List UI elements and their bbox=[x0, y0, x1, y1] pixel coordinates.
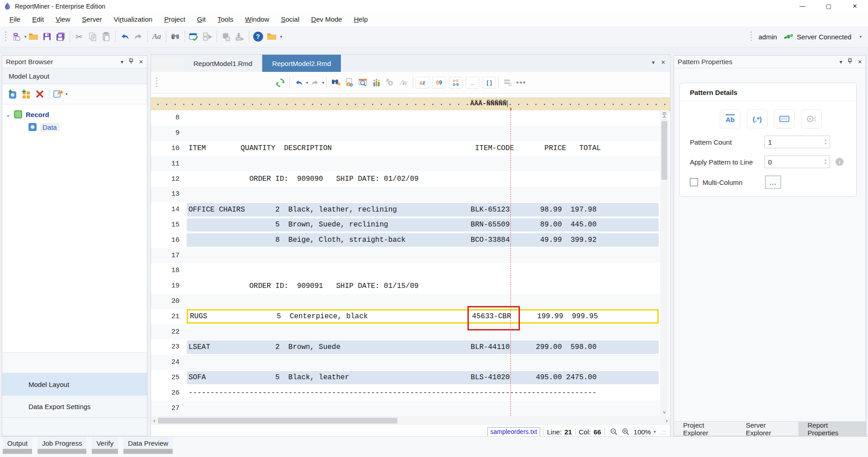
tree-node-record[interactable]: ⌄ Record bbox=[2, 108, 147, 121]
menu-item[interactable]: Project bbox=[158, 14, 191, 25]
zoom-out-icon[interactable] bbox=[610, 428, 618, 436]
rp-pin-icon[interactable] bbox=[848, 58, 852, 66]
menu-item[interactable]: File bbox=[4, 14, 26, 25]
zoom-in-icon[interactable] bbox=[622, 428, 630, 436]
expander-icon[interactable]: ⌄ bbox=[2, 111, 14, 118]
menu-item[interactable]: Window bbox=[239, 14, 275, 25]
tab-list-dropdown-icon[interactable]: ▾ bbox=[652, 59, 655, 66]
menu-item[interactable]: Help bbox=[348, 14, 374, 25]
horizontal-scroll-thumb[interactable] bbox=[158, 418, 397, 424]
font-style-button[interactable]: A̷v bbox=[397, 76, 410, 90]
doc-redo-button[interactable] bbox=[308, 76, 322, 90]
doc-undo-dropdown[interactable]: ▾ bbox=[306, 80, 308, 85]
cut-button[interactable]: ✂ bbox=[72, 30, 86, 43]
maximize-button[interactable]: ▢ bbox=[816, 0, 842, 12]
more-options-button[interactable]: ••• bbox=[514, 76, 528, 90]
auto-parse-button[interactable] bbox=[383, 76, 397, 90]
run-export-button[interactable] bbox=[201, 30, 214, 43]
multi-column-options-button[interactable]: ... bbox=[765, 175, 781, 189]
dock-tab[interactable]: Output bbox=[3, 437, 32, 454]
close-button[interactable]: ✕ bbox=[842, 0, 868, 12]
save-button[interactable] bbox=[40, 30, 54, 43]
multi-column-checkbox[interactable] bbox=[690, 178, 698, 186]
delete-button[interactable] bbox=[33, 87, 47, 101]
menu-item[interactable]: Social bbox=[275, 14, 305, 25]
pattern-settings-button[interactable] bbox=[343, 76, 356, 90]
add-field-button[interactable] bbox=[19, 87, 33, 101]
minimize-button[interactable]: — bbox=[789, 0, 816, 12]
regex-pattern-button[interactable]: (.*) bbox=[747, 109, 768, 128]
search-report-button[interactable] bbox=[356, 76, 370, 90]
browser-view-item[interactable]: Data Export Settings bbox=[2, 395, 147, 417]
right-panel-tab[interactable]: Project Explorer bbox=[674, 422, 737, 436]
open-project-button[interactable] bbox=[265, 30, 278, 43]
dock-tab[interactable]: Job Progress bbox=[38, 437, 86, 454]
dock-tab[interactable]: Data Preview bbox=[123, 437, 173, 454]
export-model-button[interactable] bbox=[52, 87, 65, 101]
menu-item[interactable]: Virtualization bbox=[108, 14, 159, 25]
panel-pin-icon[interactable] bbox=[129, 58, 133, 66]
font-button[interactable]: Aa bbox=[150, 30, 164, 43]
panel-dropdown-icon[interactable]: ▾ bbox=[121, 59, 123, 65]
spin-down-icon[interactable]: ˅ bbox=[825, 162, 827, 165]
doc-redo-dropdown[interactable]: ▾ bbox=[322, 80, 325, 85]
find-pattern-button[interactable] bbox=[329, 76, 343, 90]
right-panel-tab[interactable]: Server Explorer bbox=[737, 422, 798, 436]
scroll-down-icon[interactable]: ˅ bbox=[663, 410, 665, 415]
new-report-button[interactable] bbox=[10, 30, 24, 43]
apply-db-button[interactable] bbox=[501, 76, 514, 90]
open-file-button[interactable] bbox=[27, 30, 40, 43]
spin-down-icon[interactable]: ˅ bbox=[825, 142, 827, 145]
horizontal-scrollbar[interactable]: ‹ › bbox=[151, 416, 670, 425]
match-brackets-chip[interactable]: [ ] bbox=[482, 77, 496, 89]
menu-item[interactable]: Tools bbox=[212, 14, 239, 25]
vertical-scrollbar[interactable]: ⚌ ˄ ˅ bbox=[660, 110, 669, 416]
menu-item[interactable]: View bbox=[50, 14, 76, 25]
match-whitespace-chip[interactable]: _ bbox=[466, 77, 479, 89]
document-tab[interactable]: ReportModel1.Rmd bbox=[184, 55, 262, 72]
scroll-left-icon[interactable]: ‹ bbox=[153, 417, 155, 424]
auto-pattern-button[interactable] bbox=[801, 109, 822, 128]
statistics-button[interactable] bbox=[370, 76, 383, 90]
manual-pattern-button[interactable] bbox=[774, 109, 795, 128]
add-record-button[interactable] bbox=[6, 87, 19, 101]
paste-button[interactable] bbox=[99, 30, 113, 43]
apply-pattern-input[interactable]: 0 ˄˅ bbox=[764, 155, 830, 168]
redo-button[interactable] bbox=[132, 30, 145, 43]
browser-view-item[interactable]: Model Layout bbox=[2, 373, 147, 395]
text-pattern-button[interactable]: Ab bbox=[720, 109, 741, 128]
source-file-name[interactable]: sampleorders.txt bbox=[487, 427, 540, 437]
vertical-scroll-thumb[interactable] bbox=[661, 121, 667, 180]
match-letters-chip[interactable]: az bbox=[415, 77, 429, 89]
toolbar-overflow[interactable]: ▾ bbox=[280, 34, 283, 39]
match-alnum-chip[interactable]: a-z0-9 bbox=[449, 77, 462, 89]
menu-item[interactable]: Edit bbox=[26, 14, 50, 25]
report-text-view[interactable]: 8 9 10 ITEM QUANTITY DESCRIPTION ITEM-CO… bbox=[151, 110, 660, 416]
pattern-ruler[interactable]: ÄÄÄ-ÑÑÑÑÑ bbox=[151, 98, 670, 111]
doc-undo-button[interactable] bbox=[292, 76, 306, 90]
zoom-dropdown[interactable]: ▾ bbox=[654, 429, 656, 434]
save-all-button[interactable] bbox=[54, 30, 67, 43]
refresh-button[interactable] bbox=[274, 76, 287, 90]
undo-button[interactable] bbox=[118, 30, 132, 43]
tree-node-data[interactable]: Data bbox=[2, 121, 147, 133]
scroll-up-icon[interactable]: ˄ bbox=[663, 114, 665, 119]
menu-item[interactable]: Git bbox=[191, 14, 212, 25]
match-numbers-chip[interactable]: 09 bbox=[432, 77, 446, 89]
database-button[interactable] bbox=[219, 30, 233, 43]
menu-item[interactable]: Server bbox=[76, 14, 108, 25]
export-dropdown[interactable]: ▾ bbox=[66, 92, 68, 96]
copy-button[interactable] bbox=[86, 30, 99, 43]
browser-view-item[interactable] bbox=[2, 417, 147, 436]
toolbar-right-overflow[interactable]: ▾ bbox=[859, 34, 862, 39]
help-button[interactable]: ? bbox=[251, 30, 265, 43]
document-tab[interactable]: ReportModel2.Rmd bbox=[262, 55, 341, 72]
pattern-count-input[interactable]: 1 ˄˅ bbox=[764, 136, 830, 148]
verify-window-button[interactable] bbox=[187, 30, 201, 43]
scroll-right-icon[interactable]: › bbox=[666, 417, 668, 424]
tab-close-icon[interactable]: ✕ bbox=[661, 59, 665, 66]
rp-dropdown-icon[interactable]: ▾ bbox=[840, 59, 842, 65]
panel-close-icon[interactable]: ✕ bbox=[139, 59, 143, 65]
right-panel-tab[interactable]: Report Properties bbox=[798, 422, 866, 436]
rp-close-icon[interactable]: ✕ bbox=[858, 59, 862, 65]
